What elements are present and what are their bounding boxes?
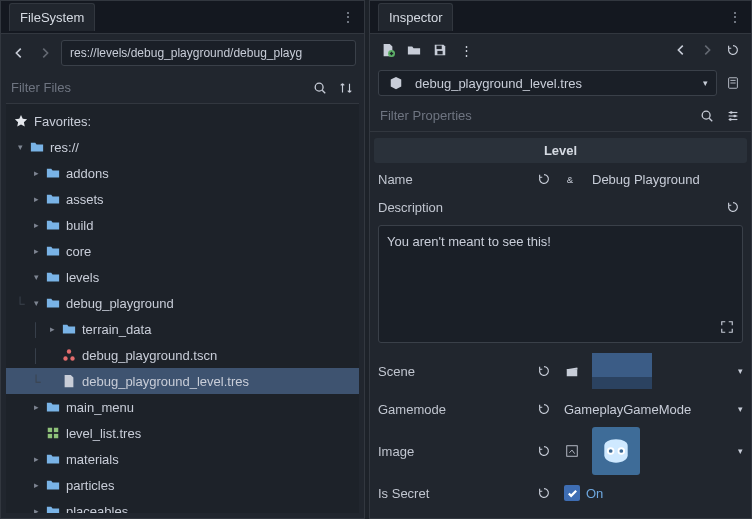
path-input[interactable] xyxy=(61,40,356,66)
revert-icon[interactable] xyxy=(723,197,743,217)
image-thumbnail xyxy=(592,427,640,475)
settings-icon[interactable] xyxy=(723,106,743,126)
chevron-right-icon[interactable]: ▸ xyxy=(28,454,44,464)
chevron-right-icon[interactable]: ▸ xyxy=(28,194,44,204)
svg-point-0 xyxy=(315,83,323,91)
chevron-right-icon[interactable]: ▸ xyxy=(28,480,44,490)
prop-label: Gamemode xyxy=(378,402,534,417)
chevron-down-icon: ▾ xyxy=(738,404,743,414)
history-back-icon[interactable] xyxy=(671,40,691,60)
chevron-right-icon[interactable]: ▸ xyxy=(28,246,44,256)
revert-icon[interactable] xyxy=(534,441,554,461)
folder-icon xyxy=(44,296,62,310)
is-secret-value[interactable]: On xyxy=(564,485,743,501)
svg-rect-7 xyxy=(48,434,52,438)
folder-placeables[interactable]: ▸ placeables xyxy=(6,498,359,513)
history-forward-icon[interactable] xyxy=(697,40,717,60)
folder-main-menu[interactable]: ▸ main_menu xyxy=(6,394,359,420)
scene-dropdown[interactable]: ▾ xyxy=(592,353,743,389)
save-icon[interactable] xyxy=(430,40,450,60)
folder-build[interactable]: ▸ build xyxy=(6,212,359,238)
description-textarea[interactable]: You aren't meant to see this! xyxy=(378,225,743,343)
svg-point-20 xyxy=(730,111,733,114)
file-label: debug_playground.tscn xyxy=(82,348,217,363)
file-level-tres[interactable]: └ debug_playground_level.tres xyxy=(6,368,359,394)
chevron-down-icon[interactable]: ▾ xyxy=(28,298,44,308)
folder-assets[interactable]: ▸ assets xyxy=(6,186,359,212)
name-value[interactable]: Debug Playground xyxy=(592,172,743,187)
favorites-label: Favorites: xyxy=(34,114,91,129)
clapper-icon[interactable] xyxy=(562,361,582,381)
open-resource-icon[interactable] xyxy=(404,40,424,60)
section-header[interactable]: Level xyxy=(374,138,747,163)
search-icon[interactable] xyxy=(697,106,717,126)
svg-rect-10 xyxy=(437,46,442,50)
chevron-right-icon[interactable]: ▸ xyxy=(28,220,44,230)
panel-menu-icon[interactable]: ⋮ xyxy=(341,9,356,25)
expand-icon[interactable] xyxy=(720,320,734,334)
folder-icon xyxy=(28,140,46,154)
folder-icon xyxy=(44,244,62,258)
file-level-list[interactable]: level_list.tres xyxy=(6,420,359,446)
new-resource-icon[interactable] xyxy=(378,40,398,60)
object-icon xyxy=(387,76,405,90)
svg-rect-6 xyxy=(54,428,58,432)
favorites-header[interactable]: Favorites: xyxy=(6,108,359,134)
scene-icon xyxy=(60,348,78,362)
chevron-right-icon[interactable]: ▸ xyxy=(28,506,44,513)
svg-rect-26 xyxy=(592,377,652,389)
search-icon[interactable] xyxy=(310,78,330,98)
chevron-right-icon[interactable]: ▸ xyxy=(44,324,60,334)
revert-icon[interactable] xyxy=(534,169,554,189)
filter-files-input[interactable] xyxy=(9,76,304,99)
edit-image-icon[interactable] xyxy=(562,441,582,461)
folder-particles[interactable]: ▸ particles xyxy=(6,472,359,498)
folder-terrain-data[interactable]: │▸ terrain_data xyxy=(6,316,359,342)
prop-label: Scene xyxy=(378,364,534,379)
folder-debug-playground[interactable]: └▾ debug_playground xyxy=(6,290,359,316)
svg-rect-11 xyxy=(437,51,442,55)
svg-line-16 xyxy=(709,118,712,121)
folder-label: build xyxy=(66,218,93,233)
chevron-right-icon[interactable]: ▸ xyxy=(28,402,44,412)
revert-icon[interactable] xyxy=(534,483,554,503)
revert-icon[interactable] xyxy=(534,399,554,419)
svg-line-1 xyxy=(322,90,325,93)
localize-icon[interactable]: & xyxy=(562,169,582,189)
folder-materials[interactable]: ▸ materials xyxy=(6,446,359,472)
is-secret-text: On xyxy=(586,486,603,501)
gamemode-dropdown[interactable]: GameplayGameMode ▾ xyxy=(564,402,743,417)
checkbox-checked-icon[interactable] xyxy=(564,485,580,501)
more-icon[interactable]: ⋮ xyxy=(456,40,476,60)
root-label: res:// xyxy=(50,140,79,155)
sort-icon[interactable] xyxy=(336,78,356,98)
svg-point-30 xyxy=(609,449,613,453)
docs-icon[interactable] xyxy=(723,73,743,93)
resource-grid-icon xyxy=(44,426,62,440)
svg-text:&: & xyxy=(567,174,574,185)
resource-name: debug_playground_level.tres xyxy=(415,76,582,91)
resource-field[interactable]: debug_playground_level.tres ▾ xyxy=(378,70,717,96)
scene-thumbnail xyxy=(592,353,652,389)
folder-core[interactable]: ▸ core xyxy=(6,238,359,264)
tree-root[interactable]: ▾ res:// xyxy=(6,134,359,160)
chevron-down-icon[interactable]: ▾ xyxy=(12,142,28,152)
prop-description: Description xyxy=(370,193,751,221)
history-icon[interactable] xyxy=(723,40,743,60)
image-dropdown[interactable]: ▾ xyxy=(592,427,743,475)
filesystem-tab[interactable]: FileSystem xyxy=(9,3,95,31)
revert-icon[interactable] xyxy=(534,361,554,381)
inspector-tab[interactable]: Inspector xyxy=(378,3,453,31)
folder-addons[interactable]: ▸ addons xyxy=(6,160,359,186)
chevron-down-icon: ▾ xyxy=(703,78,708,88)
chevron-down-icon[interactable]: ▾ xyxy=(28,272,44,282)
nav-forward-icon[interactable] xyxy=(35,43,55,63)
panel-menu-icon[interactable]: ⋮ xyxy=(728,9,743,25)
file-tscn[interactable]: │ debug_playground.tscn xyxy=(6,342,359,368)
nav-back-icon[interactable] xyxy=(9,43,29,63)
filesystem-filter-row xyxy=(1,72,364,103)
file-label: debug_playground_level.tres xyxy=(82,374,249,389)
chevron-right-icon[interactable]: ▸ xyxy=(28,168,44,178)
filter-properties-input[interactable] xyxy=(378,104,691,127)
folder-levels[interactable]: ▾ levels xyxy=(6,264,359,290)
